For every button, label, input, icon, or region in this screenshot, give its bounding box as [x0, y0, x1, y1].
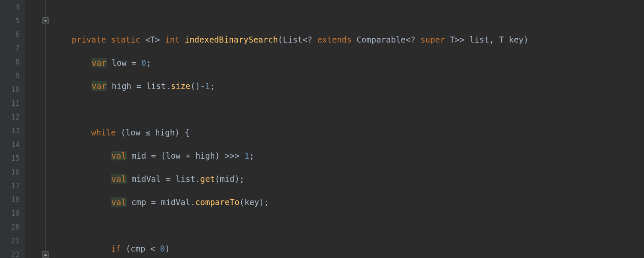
generic-close: >	[155, 35, 160, 44]
identifier: mid	[220, 174, 234, 184]
equals: =	[137, 81, 141, 91]
fold-toggle-icon[interactable]	[42, 251, 49, 258]
line-number: 17	[0, 179, 24, 193]
keyword-val: val	[111, 197, 126, 207]
wildcard-open: <?	[406, 35, 416, 44]
dot: .	[166, 81, 170, 91]
semicolon: ;	[146, 58, 151, 68]
fold-column	[24, 0, 52, 258]
method-size: size	[171, 81, 191, 91]
number-zero: 0	[160, 244, 165, 253]
paren-close: )	[259, 197, 264, 207]
type-param: T	[499, 35, 504, 44]
line-number: 8	[0, 55, 24, 69]
line-number: 13	[0, 124, 24, 138]
line-number: 12	[0, 110, 24, 124]
keyword-int: int	[165, 35, 179, 44]
paren-close: )	[234, 174, 239, 184]
line-number: 9	[0, 69, 24, 83]
equals: =	[151, 197, 156, 207]
wildcard-open: <?	[303, 35, 313, 44]
line-number: 22	[0, 248, 24, 258]
identifier: low	[126, 128, 140, 137]
method-get: get	[200, 174, 215, 184]
type-param: T	[150, 35, 155, 44]
type-comparable: Comparable	[356, 35, 405, 44]
semicolon: ;	[240, 174, 244, 184]
number-one: 1	[205, 81, 210, 91]
keyword-val: val	[111, 151, 126, 160]
line-number: 11	[0, 96, 24, 110]
code-line[interactable]: val mid = (low + high) >>> 1;	[52, 149, 644, 163]
keyword-extends: extends	[317, 35, 352, 44]
paren-open: (	[278, 35, 283, 44]
var-high: high	[112, 81, 131, 91]
identifier: cmp	[131, 244, 145, 253]
dot: .	[190, 197, 195, 207]
paren-open: (	[215, 174, 220, 184]
keyword-static: static	[111, 35, 140, 44]
line-number: 18	[0, 193, 24, 206]
semicolon: ;	[264, 197, 269, 207]
paren-open: (	[121, 128, 125, 137]
line-number: 10	[0, 83, 24, 96]
var-midval: midVal	[131, 174, 161, 184]
fold-guide-line	[45, 0, 46, 258]
keyword-if: if	[111, 244, 121, 253]
code-area[interactable]: private static <T> int indexedBinarySear…	[52, 0, 644, 258]
fold-toggle-icon[interactable]	[42, 17, 49, 24]
minus: -	[200, 81, 205, 91]
var-cmp: cmp	[131, 197, 146, 207]
paren-open: (	[240, 197, 244, 207]
op-leq: ≤	[145, 128, 150, 137]
line-number: 14	[0, 138, 24, 151]
identifier: high	[155, 128, 175, 137]
code-line[interactable]: private static <T> int indexedBinarySear…	[52, 33, 644, 46]
code-line[interactable]: if (cmp < 0)	[52, 242, 644, 255]
comma: ,	[489, 35, 494, 44]
code-editor[interactable]: 4 5 6 7 8 9 10 11 12 13 14 15 16 17 18 1…	[0, 0, 644, 258]
code-line[interactable]: var low = 0;	[52, 56, 644, 70]
equals: =	[151, 151, 156, 160]
identifier: list	[146, 81, 166, 91]
keyword-while: while	[91, 128, 116, 137]
generic-close: >>	[455, 35, 465, 44]
semicolon: ;	[210, 81, 215, 91]
number-one: 1	[244, 151, 249, 160]
identifier: key	[244, 197, 259, 207]
line-number: 19	[0, 206, 24, 220]
code-line[interactable]	[52, 218, 644, 232]
code-line[interactable]: val cmp = midVal.compareTo(key);	[52, 195, 644, 209]
code-line[interactable]	[52, 102, 644, 116]
number-zero: 0	[141, 58, 146, 68]
param-key: key	[509, 35, 523, 44]
op-lt: <	[150, 244, 155, 253]
generic-open: <	[145, 35, 150, 44]
equals: =	[131, 58, 136, 68]
paren-close: )	[215, 151, 220, 160]
line-number: 6	[0, 28, 24, 41]
brace-open: {	[185, 128, 189, 137]
paren-close: )	[524, 35, 529, 44]
code-line[interactable]	[52, 9, 644, 23]
code-line[interactable]: val midVal = list.get(mid);	[52, 172, 644, 186]
param-list: list	[470, 35, 489, 44]
method-name: indexedBinarySearch	[185, 35, 278, 44]
line-number: 4	[0, 0, 24, 14]
paren-open: (	[161, 151, 166, 160]
code-line[interactable]: var high = list.size()-1;	[52, 79, 644, 93]
type-param: T	[450, 35, 455, 44]
keyword-var: var	[91, 58, 107, 68]
line-number: 5	[0, 14, 24, 28]
plus: +	[185, 151, 190, 160]
code-line[interactable]: while (low ≤ high) {	[52, 126, 644, 139]
line-number: 7	[0, 41, 24, 55]
dot: .	[195, 174, 200, 184]
keyword-super: super	[420, 35, 445, 44]
semicolon: ;	[249, 151, 254, 160]
line-number: 21	[0, 234, 24, 248]
var-low: low	[112, 58, 126, 68]
paren-close: )	[175, 128, 179, 137]
paren-close: )	[165, 244, 170, 253]
line-number: 20	[0, 220, 24, 234]
